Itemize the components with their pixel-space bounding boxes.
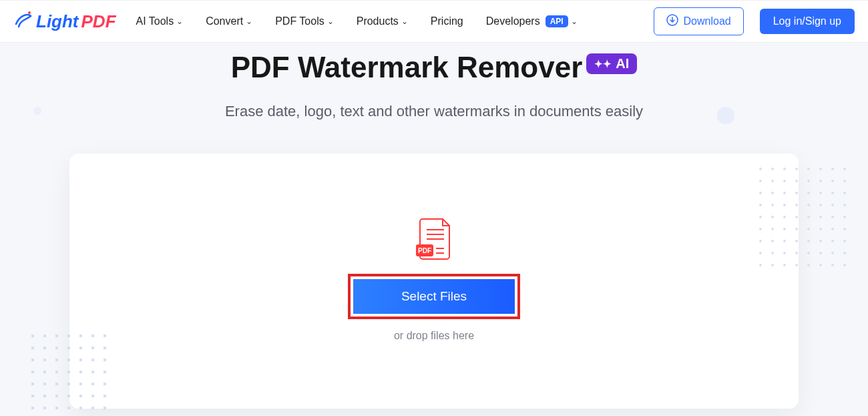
nav: AI Tools ⌄ Convert ⌄ PDF Tools ⌄ Product…	[136, 15, 578, 27]
nav-pdf-tools[interactable]: PDF Tools ⌄	[275, 15, 334, 27]
logo-text-light: Light	[36, 11, 79, 32]
nav-label: PDF Tools	[275, 15, 324, 27]
nav-label: AI Tools	[136, 15, 174, 27]
title-row: PDF Watermark Remover ✦✦ AI	[231, 51, 638, 84]
nav-label: Products	[357, 15, 399, 27]
header: LightPDF AI Tools ⌄ Convert ⌄ PDF Tools …	[0, 0, 868, 43]
select-files-button[interactable]: Select Files	[353, 279, 515, 314]
decorative-circle	[717, 107, 734, 124]
select-files-highlight: Select Files	[348, 274, 520, 319]
chevron-down-icon: ⌄	[246, 17, 252, 26]
page-title: PDF Watermark Remover	[231, 51, 583, 84]
login-signup-button[interactable]: Log in/Sign up	[760, 9, 855, 34]
logo-swirl-icon	[13, 9, 33, 34]
logo[interactable]: LightPDF	[13, 9, 116, 34]
hero: PDF Watermark Remover ✦✦ AI Erase date, …	[0, 43, 868, 409]
chevron-down-icon: ⌄	[176, 17, 183, 26]
page-subtitle: Erase date, logo, text and other waterma…	[0, 103, 868, 120]
ai-badge: ✦✦ AI	[586, 53, 637, 74]
upload-card: PDF Select Files or drop files here	[69, 154, 799, 409]
nav-label: Convert	[206, 15, 243, 27]
nav-convert[interactable]: Convert ⌄	[206, 15, 252, 27]
chevron-down-icon: ⌄	[401, 17, 408, 26]
drop-hint: or drop files here	[394, 330, 474, 342]
nav-products[interactable]: Products ⌄	[357, 15, 408, 27]
download-label: Download	[684, 15, 731, 27]
download-icon	[666, 14, 678, 29]
nav-pricing[interactable]: Pricing	[431, 15, 463, 27]
sparkle-icon: ✦✦	[594, 58, 612, 70]
nav-label: Developers	[486, 15, 540, 27]
decorative-circle	[33, 107, 41, 115]
logo-text-pdf: PDF	[81, 11, 116, 32]
svg-point-0	[28, 11, 31, 14]
ai-badge-label: AI	[616, 56, 629, 71]
select-files-label: Select Files	[401, 289, 467, 303]
nav-label: Pricing	[431, 15, 463, 27]
download-button[interactable]: Download	[654, 7, 744, 35]
svg-text:PDF: PDF	[418, 247, 431, 254]
chevron-down-icon: ⌄	[327, 17, 334, 26]
nav-ai-tools[interactable]: AI Tools ⌄	[136, 15, 184, 27]
api-badge: API	[546, 15, 568, 27]
nav-developers[interactable]: Developers API ⌄	[486, 15, 578, 27]
chevron-down-icon: ⌄	[571, 17, 578, 26]
pdf-file-icon: PDF	[415, 218, 453, 263]
login-label: Log in/Sign up	[773, 15, 841, 27]
